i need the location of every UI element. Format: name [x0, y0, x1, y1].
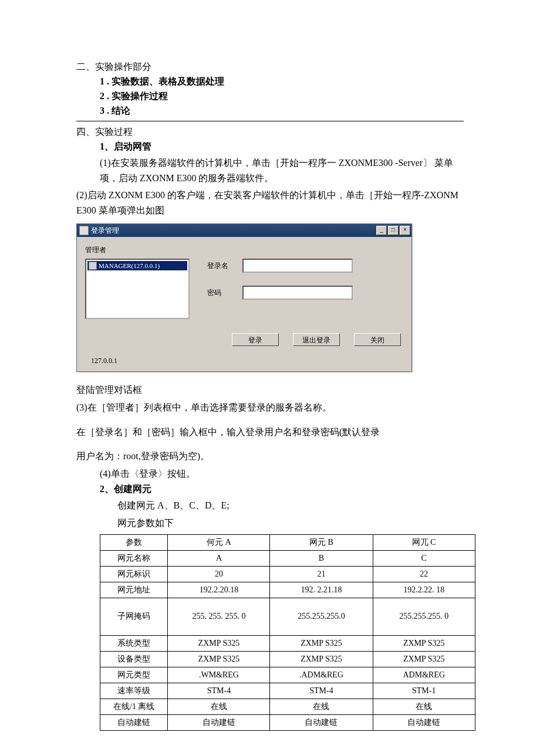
after-dialog-l2: (3)在［管理者］列表框中，单击选择需要登录的服务器名称。 [76, 400, 464, 415]
th-param: 参数 [100, 534, 168, 550]
table-row: 网元标识202122 [100, 566, 475, 582]
step2-a: 创建网元 A、B、C、D、E; [76, 498, 464, 513]
login-button[interactable]: 登录 [232, 333, 279, 346]
th-c: 网兀 C [373, 534, 475, 550]
section2-item-2: 2 . 实验操作过程 [76, 90, 464, 103]
section4-title: 四、实验过程 [76, 126, 464, 138]
title-bar: 登录管理 _ □ × [77, 224, 411, 237]
table-row: 自动建链自动建链自动建链自动建链 [100, 714, 475, 730]
table-row: 系统类型ZXMP S325ZXMP S325ZXMP S325 [100, 635, 475, 651]
table-row: 在线/1 离线在线在线在线 [100, 699, 475, 714]
manager-list-item[interactable]: MANAGER(127.0.0.1) [87, 261, 187, 270]
after-dialog-l3: 在［登录名］和［密码］输入框中，输入登录用户名和登录密码(默认登录 [76, 425, 464, 440]
step2-title: 2、创建网元 [76, 483, 464, 496]
table-row: 设备类型ZXMP S325ZXMP S325ZXMP S325 [100, 651, 475, 667]
manager-listbox[interactable]: MANAGER(127.0.0.1) [85, 259, 190, 319]
app-icon [79, 226, 89, 235]
section2-item-1: 1 . 实验数据、表格及数据处理 [76, 76, 464, 88]
after-dialog-l1: 登陆管理对话框 [76, 382, 464, 398]
manager-label: 管理者 [85, 245, 403, 255]
after-dialog-l5: (4)单击〈登录〉按钮。 [76, 466, 464, 482]
step1-b: (2)启动 ZXONM E300 的客户端，在安装客户端软件的计算机中，单击［开… [76, 188, 464, 218]
step2-b: 网元参数如下 [76, 516, 464, 531]
status-bar: 127.0.0.1 [77, 352, 411, 371]
section2-title: 二、实验操作部分 [76, 61, 464, 73]
table-row: 网元类型.WM&REG.ADM&REGADM&REG [100, 667, 475, 683]
table-row: 网元名称ABC [100, 550, 475, 566]
table-row: 速率等级STM-4STM-4STM-1 [100, 683, 475, 699]
login-name-input[interactable] [242, 259, 353, 273]
minimize-icon[interactable]: _ [376, 226, 387, 235]
divider [76, 121, 464, 121]
after-dialog-l4: 用户名为：root,登录密码为空)。 [76, 449, 464, 464]
table-row: 子网掩码255. 255. 255. 0255.255.255.0255.255… [100, 598, 475, 635]
step1-title: 1、启动网管 [76, 141, 464, 153]
th-b: 网元 B [270, 534, 373, 550]
login-name-label: 登录名 [207, 261, 242, 271]
param-table: 参数 何元 A 网元 B 网兀 C 网元名称ABC 网元标识202122 网元地… [100, 534, 475, 731]
section2-item-3: 3 . 结论 [76, 105, 464, 117]
password-label: 密码 [207, 288, 242, 298]
status-text: 127.0.0.1 [91, 357, 117, 365]
dialog-title: 登录管理 [91, 226, 119, 236]
th-a: 何元 A [168, 534, 270, 550]
server-icon [89, 262, 97, 270]
close-icon[interactable]: × [400, 226, 410, 235]
step1-a: (1)在安装服务器端软件的计算机中，单击［开始一程序一 ZXONME300 -S… [76, 155, 464, 185]
password-input[interactable] [242, 286, 353, 300]
logout-button[interactable]: 退出登录 [293, 333, 340, 346]
login-dialog: 登录管理 _ □ × 管理者 MANAGER(127.0.0.1) 登 [76, 223, 412, 372]
table-header-row: 参数 何元 A 网元 B 网兀 C [100, 534, 475, 550]
list-item-label: MANAGER(127.0.0.1) [99, 262, 160, 269]
table-row: 网元地址192.2.20.18192. 2.21.18192.2.22. 18 [100, 582, 475, 598]
maximize-icon[interactable]: □ [388, 226, 399, 235]
close-button[interactable]: 关闭 [354, 333, 401, 346]
